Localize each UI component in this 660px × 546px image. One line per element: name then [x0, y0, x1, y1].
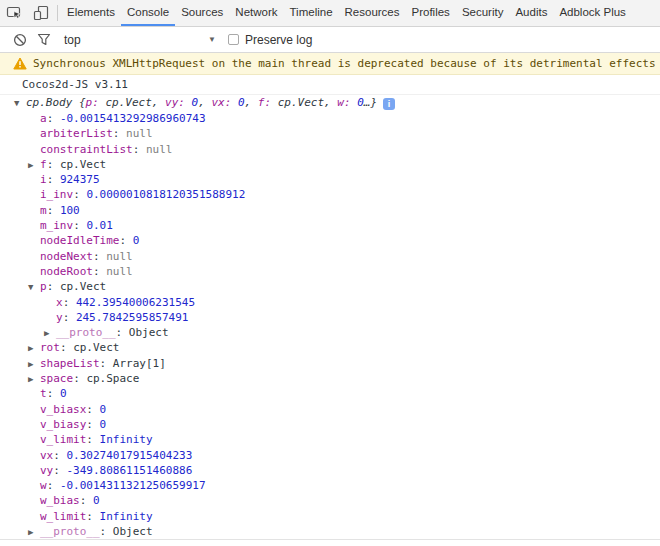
property-value: Object — [129, 326, 169, 339]
tab-profiles[interactable]: Profiles — [406, 0, 456, 26]
tree-row-y: y: 245.7842595857491 — [0, 310, 660, 325]
tab-elements[interactable]: Elements — [61, 0, 121, 26]
clear-console-button[interactable] — [8, 28, 32, 52]
collapse-arrow-icon[interactable]: ▼ — [14, 95, 26, 111]
property-value: -0.0014311321250659917 — [60, 479, 206, 492]
tree-row-vx: vx: 0.30274017915404233 — [0, 448, 660, 463]
property-value: null — [126, 127, 153, 140]
property-separator: : — [73, 188, 86, 201]
tree-row-shapeList[interactable]: ▶shapeList: Array[1] — [0, 356, 660, 371]
expand-arrow-icon[interactable]: ▼ — [28, 280, 40, 295]
tree-row-space[interactable]: ▶space: cp.Space — [0, 371, 660, 386]
tree-row-i_inv: i_inv: 0.0000010818120351588912 — [0, 187, 660, 202]
property-separator: : — [80, 494, 93, 507]
property-separator: : — [86, 510, 99, 523]
tree-row-nodeIdleTime: nodeIdleTime: 0 — [0, 233, 660, 248]
property-separator: : — [119, 234, 132, 247]
tree-row-w_bias: w_bias: 0 — [0, 493, 660, 508]
property-name: constraintList — [40, 143, 133, 156]
expand-arrow-icon[interactable]: ▶ — [28, 357, 40, 372]
property-value: cp.Space — [86, 372, 139, 385]
property-value: 0.0000010818120351588912 — [86, 188, 245, 201]
tab-network[interactable]: Network — [229, 0, 283, 26]
tree-row-nodeRoot: nodeRoot: null — [0, 264, 660, 279]
property-separator: : — [100, 525, 113, 538]
expand-arrow-icon[interactable]: ▶ — [28, 341, 40, 356]
filter-button[interactable] — [32, 28, 56, 52]
property-name: p — [40, 280, 47, 293]
property-value: 924375 — [60, 173, 100, 186]
tab-sources[interactable]: Sources — [175, 0, 229, 26]
tree-header-row[interactable]: ▼cp.Body {p: cp.Vect, vy: 0, vx: 0, f: c… — [0, 95, 660, 111]
chevron-down-icon: ▼ — [208, 35, 216, 44]
tree-row-__proto__[interactable]: ▶__proto__: Object — [0, 325, 660, 340]
preserve-log-toggle[interactable]: Preserve log — [228, 33, 312, 47]
tree-row-w: w: -0.0014311321250659917 — [0, 478, 660, 493]
tree-row-m_inv: m_inv: 0.01 — [0, 218, 660, 233]
console-messages: Synchronous XMLHttpRequest on the main t… — [0, 53, 660, 543]
property-name: nodeNext — [40, 250, 93, 263]
property-name: m — [40, 204, 47, 217]
info-icon[interactable]: i — [383, 98, 395, 110]
tab-console[interactable]: Console — [121, 0, 175, 26]
property-value: cp.Vect — [60, 280, 106, 293]
tree-row-rot[interactable]: ▶rot: cp.Vect — [0, 340, 660, 355]
property-name: y — [56, 311, 63, 324]
property-separator: : — [53, 449, 66, 462]
property-separator: : — [113, 127, 126, 140]
tab-timeline[interactable]: Timeline — [284, 0, 339, 26]
property-value: -349.80861151460886 — [67, 464, 193, 477]
property-value: Object — [113, 525, 153, 538]
property-separator: : — [47, 280, 60, 293]
clear-console-icon — [13, 33, 27, 47]
object-preview: cp.Body {p: cp.Vect, vy: 0, vx: 0, f: cp… — [26, 96, 377, 109]
preserve-log-label: Preserve log — [245, 33, 312, 47]
tree-row-p[interactable]: ▼p: cp.Vect — [0, 279, 660, 294]
property-name: a — [40, 112, 47, 125]
property-name: __proto__ — [56, 326, 116, 339]
property-name: arbiterList — [40, 127, 113, 140]
property-name: v_limit — [40, 433, 86, 446]
property-separator: : — [63, 296, 76, 309]
property-name: vx — [40, 449, 53, 462]
console-toolbar: top ▼ Preserve log — [0, 27, 660, 53]
expand-arrow-icon[interactable]: ▶ — [28, 525, 40, 540]
property-name: f — [40, 158, 47, 171]
tree-row-constraintList: constraintList: null — [0, 142, 660, 157]
tree-row-v_limit: v_limit: Infinity — [0, 432, 660, 447]
property-separator: : — [93, 265, 106, 278]
tab-resources[interactable]: Resources — [339, 0, 406, 26]
property-name: nodeRoot — [40, 265, 93, 278]
tree-row-__proto__[interactable]: ▶__proto__: Object — [0, 524, 660, 539]
expand-arrow-icon[interactable]: ▶ — [44, 326, 56, 341]
preserve-log-checkbox[interactable] — [228, 34, 239, 45]
tree-row-arbiterList: arbiterList: null — [0, 126, 660, 141]
tree-row-vy: vy: -349.80861151460886 — [0, 463, 660, 478]
property-name: nodeIdleTime — [40, 234, 119, 247]
property-name: t — [40, 387, 47, 400]
property-name: i — [40, 173, 47, 186]
warning-icon — [13, 57, 27, 70]
tab-security[interactable]: Security — [456, 0, 510, 26]
tree-row-w_limit: w_limit: Infinity — [0, 509, 660, 524]
tab-adblock-plus[interactable]: Adblock Plus — [553, 0, 631, 26]
filter-icon — [37, 33, 51, 46]
tree-row-f[interactable]: ▶f: cp.Vect — [0, 157, 660, 172]
execution-context-selector[interactable]: top ▼ — [62, 30, 220, 50]
property-separator: : — [133, 143, 146, 156]
tree-row-nodeNext: nodeNext: null — [0, 249, 660, 264]
tree-rows: a: -0.0015413292986960743arbiterList: nu… — [0, 111, 660, 539]
property-name: m_inv — [40, 219, 73, 232]
property-name: w — [40, 479, 47, 492]
tab-audits[interactable]: Audits — [509, 0, 553, 26]
property-separator: : — [86, 403, 99, 416]
toggle-device-toolbar-button[interactable] — [27, 0, 54, 26]
property-value: 0.01 — [86, 219, 113, 232]
expand-arrow-icon[interactable]: ▶ — [28, 372, 40, 387]
inspect-icon — [6, 5, 22, 21]
devtools-tabbar: ElementsConsoleSourcesNetworkTimelineRes… — [0, 0, 660, 27]
warning-text: Synchronous XMLHttpRequest on the main t… — [33, 57, 660, 70]
property-value: 442.39540006231545 — [76, 296, 195, 309]
expand-arrow-icon[interactable]: ▶ — [28, 158, 40, 173]
inspect-element-button[interactable] — [0, 0, 27, 26]
